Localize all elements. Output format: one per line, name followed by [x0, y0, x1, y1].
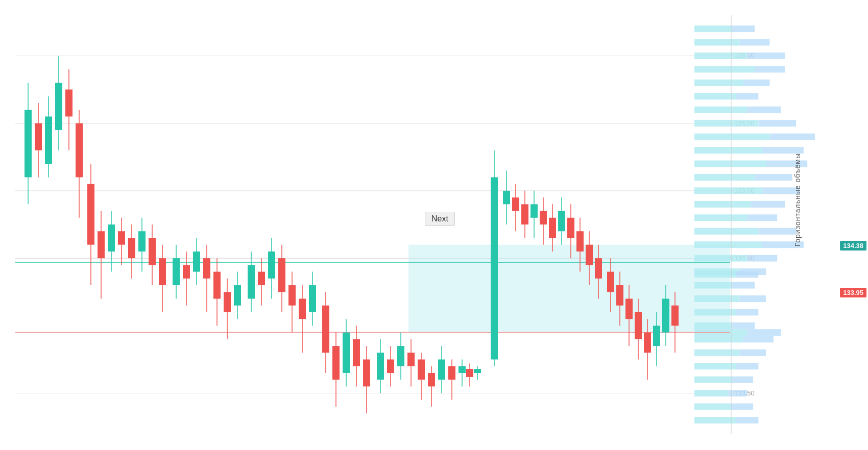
support-price-label: 133.95 [840, 288, 866, 297]
chart-container: Next 134.38 133.95 Горизонтальные объёмы [0, 0, 868, 450]
current-price-label: 134.38 [840, 241, 866, 251]
